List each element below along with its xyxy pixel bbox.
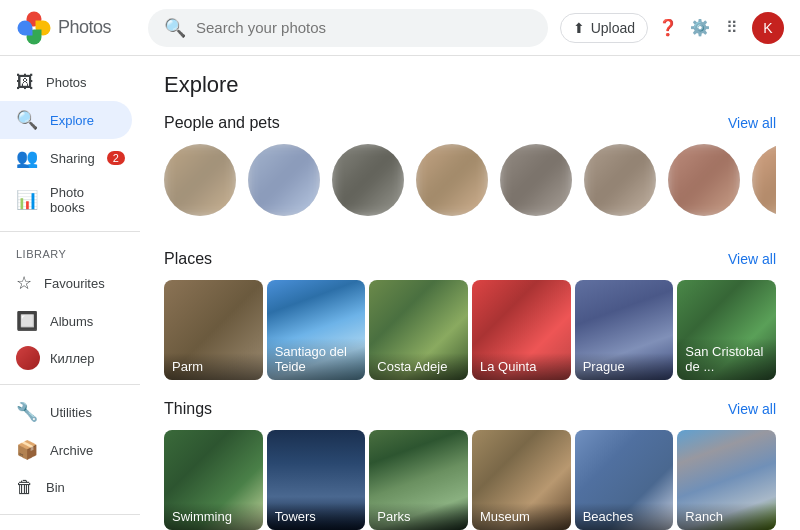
sidebar-label-favourites: Favourites xyxy=(44,276,105,291)
sidebar-label-photos: Photos xyxy=(46,75,86,90)
explore-icon: 🔍 xyxy=(16,109,38,131)
person-item-1[interactable] xyxy=(164,144,236,222)
sidebar-item-utilities[interactable]: 🔧 Utilities xyxy=(0,393,132,431)
bin-icon: 🗑 xyxy=(16,477,34,498)
person-face-2 xyxy=(248,144,320,216)
sharing-icon: 👥 xyxy=(16,147,38,169)
people-section-title: People and pets xyxy=(164,114,280,132)
thing-label-ranch: Ranch xyxy=(677,503,776,530)
upload-button[interactable]: ⬆ Upload xyxy=(560,13,648,43)
sidebar-label-photobooks: Photo books xyxy=(50,185,116,215)
sidebar-item-photos[interactable]: 🖼 Photos xyxy=(0,64,132,101)
sidebar-item-explore[interactable]: 🔍 Explore xyxy=(0,101,132,139)
explore-title: Explore xyxy=(164,72,776,98)
search-input[interactable] xyxy=(196,19,532,36)
sidebar: 🖼 Photos 🔍 Explore 👥 Sharing 2 📊 Photo b… xyxy=(0,56,140,530)
place-label-costa: Costa Adeje xyxy=(369,353,468,380)
thing-card-museum[interactable]: Museum xyxy=(472,430,571,530)
header-actions: ⬆ Upload ❓ ⚙️ ⠿ K xyxy=(560,12,784,44)
person-face-6 xyxy=(584,144,656,216)
sidebar-label-bin: Bin xyxy=(46,480,65,495)
place-label-prague: Prague xyxy=(575,353,674,380)
person-face-3 xyxy=(332,144,404,216)
app-title: Photos xyxy=(58,17,111,38)
place-label-quinta: La Quinta xyxy=(472,353,571,380)
place-card-prague[interactable]: Prague xyxy=(575,280,674,380)
sidebar-item-bin[interactable]: 🗑 Bin xyxy=(0,469,132,506)
header: Photos 🔍 ⬆ Upload ❓ ⚙️ ⠿ K xyxy=(0,0,800,56)
sidebar-item-archive[interactable]: 📦 Archive xyxy=(0,431,132,469)
things-section-header: Things View all xyxy=(164,400,776,418)
person-item-6[interactable] xyxy=(584,144,656,222)
person-face-7 xyxy=(668,144,740,216)
sidebar-label-albums: Albums xyxy=(50,314,93,329)
person-face-1 xyxy=(164,144,236,216)
place-label-parm: Parm xyxy=(164,353,263,380)
people-section-header: People and pets View all xyxy=(164,114,776,132)
person-name: Киллер xyxy=(50,351,94,366)
storage-section: Storage 13.4 GB of 15 GB used xyxy=(0,523,140,530)
search-bar[interactable]: 🔍 xyxy=(148,9,548,47)
sidebar-item-photobooks[interactable]: 📊 Photo books xyxy=(0,177,132,223)
sidebar-item-albums[interactable]: 🔲 Albums xyxy=(0,302,132,340)
places-grid: Parm Santiago del Teide Costa Adeje La Q… xyxy=(164,280,776,380)
person-item-4[interactable] xyxy=(416,144,488,222)
library-section-label: LIBRARY xyxy=(0,240,140,264)
logo: Photos xyxy=(16,10,136,46)
places-section-header: Places View all xyxy=(164,250,776,268)
sidebar-label-explore: Explore xyxy=(50,113,94,128)
sidebar-person-killer[interactable]: Киллер xyxy=(0,340,140,376)
thing-card-beaches[interactable]: Beaches xyxy=(575,430,674,530)
places-view-all[interactable]: View all xyxy=(728,251,776,267)
places-section-title: Places xyxy=(164,250,212,268)
place-card-costa[interactable]: Costa Adeje xyxy=(369,280,468,380)
sidebar-label-archive: Archive xyxy=(50,443,93,458)
sidebar-label-utilities: Utilities xyxy=(50,405,92,420)
person-item-8[interactable] xyxy=(752,144,776,222)
search-icon: 🔍 xyxy=(164,17,186,39)
person-face-4 xyxy=(416,144,488,216)
person-face-8 xyxy=(752,144,776,216)
things-view-all[interactable]: View all xyxy=(728,401,776,417)
person-item-3[interactable] xyxy=(332,144,404,222)
avatar[interactable]: K xyxy=(752,12,784,44)
people-row xyxy=(164,144,776,230)
place-card-parm[interactable]: Parm xyxy=(164,280,263,380)
sidebar-label-sharing: Sharing xyxy=(50,151,95,166)
people-view-all[interactable]: View all xyxy=(728,115,776,131)
sidebar-divider-1 xyxy=(0,231,140,232)
place-label-santiago: Santiago del Teide xyxy=(267,338,366,380)
main-layout: 🖼 Photos 🔍 Explore 👥 Sharing 2 📊 Photo b… xyxy=(0,56,800,530)
upload-label: Upload xyxy=(591,20,635,36)
sidebar-item-sharing[interactable]: 👥 Sharing 2 xyxy=(0,139,132,177)
help-button[interactable]: ❓ xyxy=(656,16,680,40)
favourites-icon: ☆ xyxy=(16,272,32,294)
sidebar-divider-3 xyxy=(0,514,140,515)
person-item-5[interactable] xyxy=(500,144,572,222)
place-card-quinta[interactable]: La Quinta xyxy=(472,280,571,380)
place-card-santiago[interactable]: Santiago del Teide xyxy=(267,280,366,380)
google-photos-icon xyxy=(16,10,52,46)
archive-icon: 📦 xyxy=(16,439,38,461)
thing-label-swimming: Swimming xyxy=(164,503,263,530)
person-item-7[interactable] xyxy=(668,144,740,222)
place-label-san: San Cristobal de ... xyxy=(677,338,776,380)
settings-button[interactable]: ⚙️ xyxy=(688,16,712,40)
upload-icon: ⬆ xyxy=(573,20,585,36)
apps-button[interactable]: ⠿ xyxy=(720,16,744,40)
person-thumb xyxy=(16,346,40,370)
thing-label-museum: Museum xyxy=(472,503,571,530)
thing-label-towers: Towers xyxy=(267,503,366,530)
sidebar-divider-2 xyxy=(0,384,140,385)
thing-card-ranch[interactable]: Ranch xyxy=(677,430,776,530)
sidebar-item-favourites[interactable]: ☆ Favourites xyxy=(0,264,132,302)
thing-card-parks[interactable]: Parks xyxy=(369,430,468,530)
place-card-san[interactable]: San Cristobal de ... xyxy=(677,280,776,380)
things-grid: Swimming Towers Parks Museum Beaches Ran… xyxy=(164,430,776,530)
main-content: Explore People and pets View all xyxy=(140,56,800,530)
sharing-badge: 2 xyxy=(107,151,125,165)
person-face-5 xyxy=(500,144,572,216)
person-item-2[interactable] xyxy=(248,144,320,222)
thing-card-swimming[interactable]: Swimming xyxy=(164,430,263,530)
thing-card-towers[interactable]: Towers xyxy=(267,430,366,530)
